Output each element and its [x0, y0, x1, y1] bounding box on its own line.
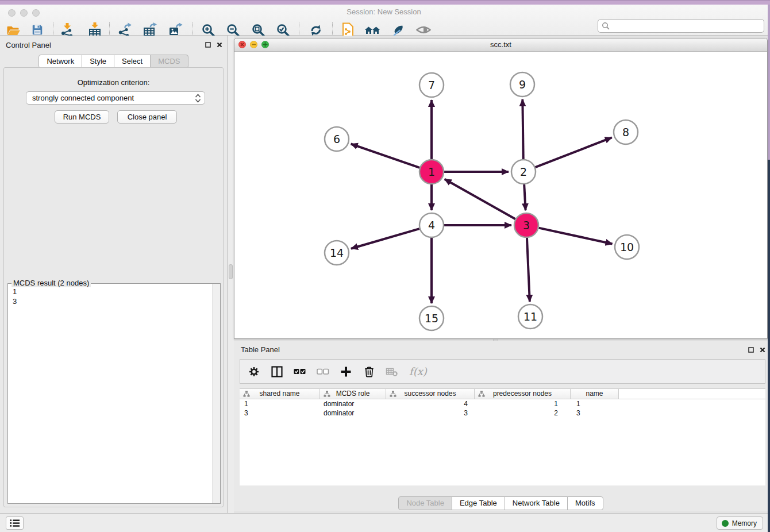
result-scrollbar[interactable]: [212, 284, 220, 503]
window-chrome: Session: New Session: [0, 5, 768, 36]
tab-motifs[interactable]: Motifs: [567, 496, 603, 510]
network-canvas[interactable]: 7968124314101511: [234, 52, 767, 339]
close-panel-button[interactable]: Close panel: [117, 110, 177, 124]
graph-node-label-2: 2: [520, 165, 527, 178]
graph-edge-2-3[interactable]: [524, 184, 525, 210]
column-header-shared-name[interactable]: shared name: [240, 389, 320, 399]
delete-table-button[interactable]: [385, 365, 399, 379]
minimize-view-button[interactable]: [250, 41, 257, 48]
control-panel: Control Panel Network Style Select MCDS …: [0, 36, 228, 513]
table-settings-button[interactable]: [247, 365, 261, 379]
graph-edge-4-14[interactable]: [351, 229, 419, 249]
graph-edge-1-6[interactable]: [351, 144, 420, 167]
homes-icon: [364, 24, 380, 36]
float-panel-icon[interactable]: [204, 41, 212, 49]
graph-node-label-10: 10: [620, 241, 634, 253]
mcds-result-box: MCDS result (2 nodes) 1 3: [7, 283, 221, 504]
workspace-area: scc.txt 7968124314101511 Table Panel: [234, 36, 768, 513]
network-window-titlebar[interactable]: scc.txt: [234, 38, 767, 52]
cell-shared-name[interactable]: 3: [240, 408, 320, 418]
table-header-filler: [619, 389, 765, 399]
checked-boxes-icon: [294, 365, 306, 378]
apply-function-button[interactable]: f(x): [408, 365, 427, 379]
task-history-button[interactable]: [6, 516, 24, 530]
graph-node-label-8: 8: [622, 126, 629, 138]
column-header-predecessor-nodes[interactable]: predecessor nodes: [475, 389, 571, 399]
split-panel-icon: [271, 365, 283, 378]
select-all-button[interactable]: [293, 365, 307, 379]
cell-mcds-role[interactable]: dominator: [320, 399, 386, 408]
search-input[interactable]: [610, 21, 764, 30]
cell-name[interactable]: 1: [571, 399, 619, 408]
run-mcds-button[interactable]: Run MCDS: [55, 110, 109, 124]
close-panel-icon[interactable]: [215, 41, 224, 49]
criterion-value: strongly connected component: [32, 94, 195, 102]
hierarchy-icon: [478, 391, 485, 398]
tab-network[interactable]: Network: [38, 55, 82, 68]
add-column-button[interactable]: [339, 365, 353, 379]
plus-icon: [340, 365, 352, 378]
tab-style[interactable]: Style: [82, 55, 114, 68]
cell-mcds-role[interactable]: dominator: [320, 408, 386, 418]
search-field[interactable]: [598, 19, 764, 33]
table-header: shared name MCDS role successor nodes pr…: [240, 388, 765, 399]
cell-name[interactable]: 3: [571, 408, 619, 418]
tab-select[interactable]: Select: [114, 55, 151, 68]
splitter-handle[interactable]: [229, 264, 233, 279]
cell-successor-nodes[interactable]: 3: [386, 408, 475, 418]
graph-edge-3-11[interactable]: [527, 238, 530, 302]
graph-node-label-1: 1: [428, 165, 435, 178]
column-header-name[interactable]: name: [571, 389, 619, 399]
graph-edge-3-10[interactable]: [538, 228, 612, 244]
graph-edge-2-9[interactable]: [522, 99, 523, 159]
status-bar: Memory: [0, 513, 768, 532]
optimization-criterion-label: Optimization criterion:: [4, 78, 223, 87]
column-header-mcds-role[interactable]: MCDS role: [320, 389, 386, 399]
list-icon: [9, 518, 21, 528]
close-panel-icon[interactable]: [759, 346, 767, 354]
graph-node-label-7: 7: [428, 79, 435, 91]
close-view-button[interactable]: [238, 41, 246, 48]
deselect-all-button[interactable]: [316, 365, 330, 379]
network-view-window: scc.txt 7968124314101511: [234, 38, 768, 339]
cell-successor-nodes[interactable]: 4: [386, 399, 475, 408]
float-panel-icon[interactable]: [747, 346, 755, 354]
table-panel-title: Table Panel: [241, 345, 280, 354]
zoom-fit-icon: [251, 23, 265, 37]
cell-predecessor-nodes[interactable]: 1: [475, 399, 571, 408]
graph-node-label-6: 6: [333, 133, 340, 145]
tab-network-table[interactable]: Network Table: [505, 496, 568, 510]
delete-column-button[interactable]: [362, 365, 376, 379]
column-header-successor-nodes[interactable]: successor nodes: [386, 389, 475, 399]
table-panel: Table Panel f(x) shared name MCDS role s…: [234, 341, 768, 511]
application-window: Session: New Session: [0, 5, 768, 532]
gear-icon: [248, 365, 260, 378]
mcds-result-title: MCDS result (2 nodes): [11, 279, 91, 287]
unchecked-boxes-icon: [317, 365, 329, 378]
graph-node-label-4: 4: [428, 219, 435, 232]
table-row[interactable]: 1 dominator 4 1 1: [240, 399, 765, 408]
tab-mcds[interactable]: MCDS: [150, 55, 188, 68]
tab-node-table[interactable]: Node Table: [398, 496, 452, 510]
result-item[interactable]: 3: [13, 296, 220, 306]
criterion-dropdown[interactable]: strongly connected component: [26, 91, 205, 105]
maximize-view-button[interactable]: [261, 41, 269, 48]
table-panel-tabs: Node Table Edge Table Network Table Moti…: [234, 496, 768, 510]
control-panel-tabs: Network Style Select MCDS: [0, 55, 227, 68]
graph-edge-3-1[interactable]: [445, 179, 515, 219]
dropdown-stepper-icon: [195, 94, 201, 103]
tab-edge-table[interactable]: Edge Table: [452, 496, 505, 510]
window-title: Session: New Session: [0, 7, 768, 16]
memory-button[interactable]: Memory: [717, 516, 763, 530]
cell-shared-name[interactable]: 1: [240, 399, 320, 408]
graph-edge-2-8[interactable]: [536, 137, 612, 167]
table-toolbar: f(x): [240, 359, 765, 384]
result-item[interactable]: 1: [13, 287, 220, 296]
eye-icon: [416, 24, 431, 36]
graph-node-label-3: 3: [523, 219, 530, 232]
trash-icon: [363, 365, 375, 378]
cell-predecessor-nodes[interactable]: 2: [475, 408, 571, 418]
hierarchy-icon: [390, 391, 396, 398]
split-panel-button[interactable]: [270, 365, 284, 379]
table-row[interactable]: 3 dominator 3 2 3: [240, 408, 765, 418]
